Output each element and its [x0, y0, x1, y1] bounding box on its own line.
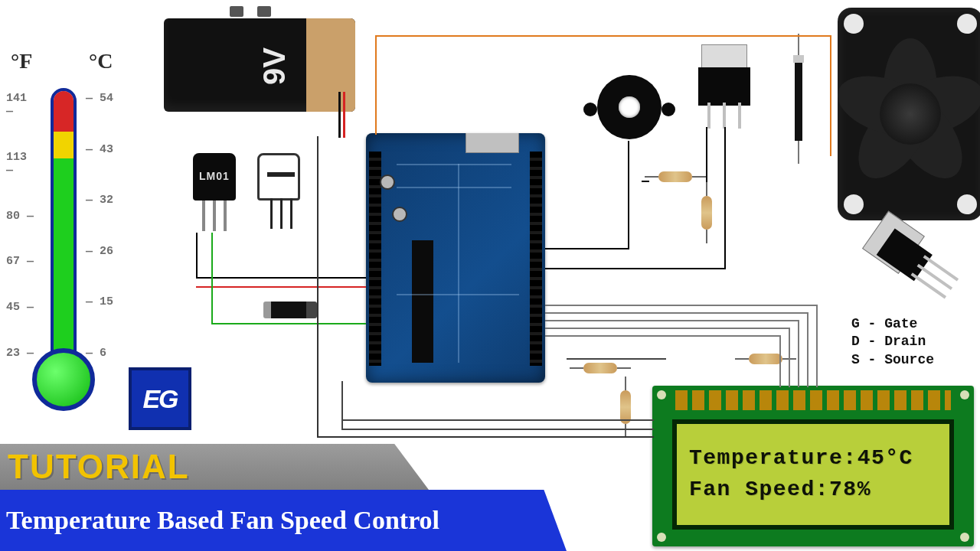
wire-buzzer-1: [628, 141, 629, 248]
lm35-lead-3: [224, 201, 227, 231]
wire-lm35-sig-v: [196, 233, 198, 277]
mosfet-to220: [840, 211, 963, 333]
title-banner: Temperature Based Fan Speed Control: [0, 490, 567, 551]
wire-lcd-v0: [816, 305, 818, 387]
wire-lcd-d4: [545, 335, 781, 337]
wire-lcd-rs: [341, 429, 654, 430]
wire-power-drop: [375, 35, 377, 135]
lm35-lead-1: [202, 201, 205, 231]
wire-reg-3: [545, 268, 726, 269]
transistor-outline-lead-2: [280, 198, 283, 229]
wire-lcd-d3: [545, 328, 790, 329]
wire-lcd-en: [341, 419, 654, 421]
brand-logo: EG: [129, 367, 191, 430]
fan-screw-hole: [957, 14, 977, 34]
battery-terminal-1: [230, 6, 243, 17]
tick-f-2: 80 —: [6, 210, 37, 223]
wire-lcd-d1: [545, 312, 808, 314]
to220-heatsink-tab: [701, 44, 747, 69]
battery-stripe: [306, 18, 355, 112]
lcd-16x2-module: Temperature:45°C Fan Speed:78%: [652, 386, 974, 546]
thermometer: °F °C 141 — 113 — 80 — 67 — 45 — 23 — — …: [0, 46, 134, 421]
tick-f-0: 141 —: [6, 92, 37, 118]
battery-terminal-2: [257, 6, 271, 17]
wire-reg-node: [642, 181, 649, 182]
lcd-mount-hole: [960, 533, 969, 542]
arduino-usb-port: [466, 133, 519, 153]
arduino-header-right: [530, 152, 542, 366]
tick-c-1: — 43: [86, 143, 116, 156]
wire-power-top: [375, 35, 831, 37]
fan-screw-hole: [844, 194, 864, 214]
lcd-mount-hole: [657, 533, 666, 542]
thermometer-fill-green: [54, 158, 74, 360]
diode-lead-top: [798, 34, 799, 55]
lcd-mount-hole: [960, 390, 969, 399]
wire-battery-pos: [343, 92, 345, 138]
transistor-outline-lead-1: [270, 198, 273, 229]
wire-lcd-v3: [789, 328, 790, 387]
mosfet-lead-s: [911, 272, 947, 298]
thermometer-fill-red: [54, 91, 74, 132]
arduino-atmega-chip: [412, 240, 433, 363]
lm35-label: LM01: [199, 170, 230, 182]
mini-module: [263, 302, 317, 318]
fan-screw-hole: [957, 194, 977, 214]
transistor-outline-bar: [267, 172, 295, 177]
pin-legend-line-2: D - Drain: [851, 333, 934, 350]
wire-lcd-res-node: [567, 358, 666, 360]
resistor-1: [645, 171, 706, 182]
resistor-2: [735, 354, 796, 364]
wire-lcd-v2: [798, 320, 799, 387]
arduino-trace: [458, 164, 459, 363]
wire-lcd-drop-a: [341, 381, 343, 430]
pin-legend-line-1: G - Gate: [851, 315, 934, 333]
wire-lm35-sig: [196, 277, 366, 279]
mosfet-lead-g: [923, 255, 959, 281]
tutorial-banner-text: TUTORIAL: [8, 448, 190, 486]
tick-f-1: 113 —: [6, 151, 37, 177]
transistor-outline: [257, 153, 300, 201]
tick-c-4: — 15: [86, 295, 116, 308]
to220-lead-2: [723, 103, 726, 129]
to220-lead-1: [707, 103, 710, 129]
transistor-outline-lead-3: [290, 198, 292, 229]
wire-gnd-rail-v: [317, 136, 318, 438]
wire-lm35-vcc: [196, 286, 366, 288]
to220-regulator: [694, 44, 755, 129]
tick-f-3: 67 —: [6, 255, 37, 268]
battery-label: 9V: [257, 47, 292, 85]
pin-legend-line-3: S - Source: [851, 351, 934, 369]
tick-f-4: 45 —: [6, 301, 37, 314]
arduino-cap-1: [380, 174, 395, 190]
tick-f-5: 23 —: [6, 347, 37, 360]
lcd-header-pins: [675, 390, 951, 410]
wire-buzzer-2: [545, 248, 629, 249]
thermometer-tube: [51, 88, 77, 364]
lcd-line-1: Temperature:45°C: [689, 443, 937, 474]
tick-c-2: — 32: [86, 194, 116, 207]
mosfet-lead-d: [917, 264, 953, 290]
unit-celsius-label: °C: [89, 49, 113, 73]
buzzer-hole: [619, 96, 640, 118]
fan-hub: [880, 83, 941, 145]
buzzer-mount-left: [583, 103, 597, 116]
wire-lcd-v4: [779, 335, 781, 387]
wire-power-right: [830, 35, 831, 156]
to220-lead-3: [738, 103, 741, 129]
lm35-sensor: LM01: [193, 153, 236, 201]
wire-lm35-gnd-v: [211, 233, 213, 323]
wire-lcd-v1: [807, 312, 808, 387]
arduino-cap-2: [392, 207, 407, 222]
lcd-mount-hole: [657, 390, 666, 399]
wire-lm35-gnd: [211, 323, 366, 324]
battery-9v: 9V: [164, 18, 355, 112]
flyback-diode: [795, 55, 802, 141]
arduino-trace: [397, 164, 511, 165]
tick-c-3: — 26: [86, 245, 116, 258]
arduino-trace: [397, 187, 511, 188]
thermometer-fill-yellow: [54, 132, 74, 158]
wire-lcd-d0: [545, 305, 818, 306]
lcd-screen: Temperature:45°C Fan Speed:78%: [672, 419, 954, 530]
piezo-buzzer: [583, 75, 675, 152]
